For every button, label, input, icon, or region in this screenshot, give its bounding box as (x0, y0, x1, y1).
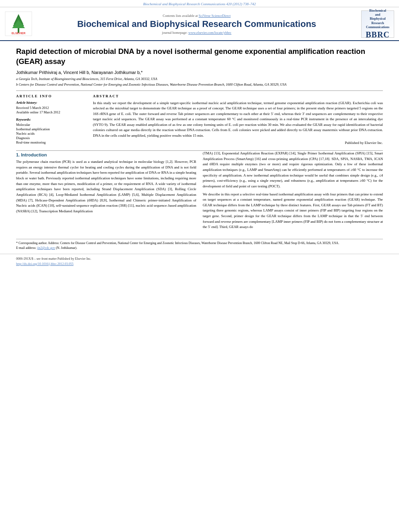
keyword-molecular: Molecular (16, 123, 86, 127)
keyword-diagnosis: Diagnosis (16, 136, 86, 140)
article-content: Rapid detection of microbial DNA by a no… (0, 41, 399, 150)
affiliation-a: a Georgia Tech, Institute of Bioengineer… (16, 77, 383, 82)
journal-homepage: journal homepage: www.elsevier.com/locat… (36, 31, 357, 35)
keyword-nucleic: Nucleic acids (16, 131, 86, 136)
received-date: Received 5 March 2012 (16, 106, 86, 110)
divider (16, 90, 383, 91)
article-info-abstract: ARTICLE INFO Article history: Received 5… (16, 94, 383, 145)
intro-right-para1: (TMA) [13], Exponential Amplification Re… (203, 151, 383, 230)
footnote-section: * Corresponding author. Address: Centers… (16, 239, 383, 251)
abstract-column: ABSTRACT In this study we report the dev… (93, 94, 383, 145)
intro-heading: 1. Introduction (16, 152, 196, 157)
body-right-col: (TMA) [13], Exponential Amplification Re… (203, 151, 383, 232)
journal-citation-bar: Biochemical and Biophysical Research Com… (0, 0, 399, 7)
elsevier-tree-icon: ELSEVIER (5, 11, 32, 36)
bbrc-abbreviation: BBRC (366, 30, 390, 39)
footnote-text: * Corresponding author. Address: Centers… (16, 241, 383, 251)
journal-header: ELSEVIER Contents lists available at Sci… (0, 7, 399, 41)
svg-text:ELSEVIER: ELSEVIER (12, 32, 26, 35)
page: Biochemical and Biophysical Research Com… (0, 0, 399, 532)
keyword-realtime: Real-time monitoring (16, 140, 86, 144)
article-title: Rapid detection of microbial DNA by a no… (16, 47, 383, 67)
available-date: Available online 17 March 2012 (16, 110, 86, 114)
article-info-column: ARTICLE INFO Article history: Received 5… (16, 94, 86, 145)
affiliation-b: b Centers for Disease Control and Preven… (16, 82, 383, 87)
email-link[interactable]: jin2@cdc.gov (37, 246, 55, 250)
journal-citation-text: Biochemical and Biophysical Research Com… (143, 2, 256, 6)
intro-para1: The polymerase chain reaction (PCR) is u… (16, 159, 196, 214)
elsevier-logo: ELSEVIER (5, 11, 32, 37)
article-info-label: ARTICLE INFO (16, 94, 86, 98)
keywords-label: Keywords: (16, 117, 86, 121)
authors: Jothikumar Prithiviraj a, Vincent Hill b… (16, 70, 383, 75)
body-left-col: 1. Introduction The polymerase chain rea… (16, 151, 196, 232)
footer-doi: http://dx.doi.org/10.1016/j.bbrc.2012.03… (16, 262, 383, 267)
doi-link[interactable]: http://dx.doi.org/10.1016/j.bbrc.2012.03… (16, 262, 74, 266)
footer: 0006-291X/$ – see front matter Published… (0, 254, 399, 269)
bbrc-logo: BiochemicalandBiophysicalResearchCommuni… (361, 10, 394, 38)
body-content: 1. Introduction The polymerase chain rea… (0, 151, 399, 236)
homepage-url[interactable]: www.elsevier.com/locate/ybbrc (188, 31, 231, 35)
footer-issn: 0006-291X/$ – see front matter Published… (16, 257, 383, 262)
sciverse-link[interactable]: SciVerse ScienceDirect (199, 14, 231, 18)
abstract-text: In this study we report the development … (93, 101, 383, 139)
keyword-isothermal: Isothermal amplification (16, 127, 86, 131)
abstract-label: ABSTRACT (93, 94, 383, 98)
published-line: Published by Elsevier Inc. (93, 141, 383, 145)
body-two-col: 1. Introduction The polymerase chain rea… (16, 151, 383, 232)
journal-title: Biochemical and Biophysical Research Com… (36, 19, 357, 29)
history-label: Article history: (16, 101, 86, 105)
contents-available-text: Contents lists available at SciVerse Sci… (36, 14, 357, 18)
journal-header-center: Contents lists available at SciVerse Sci… (36, 14, 357, 35)
